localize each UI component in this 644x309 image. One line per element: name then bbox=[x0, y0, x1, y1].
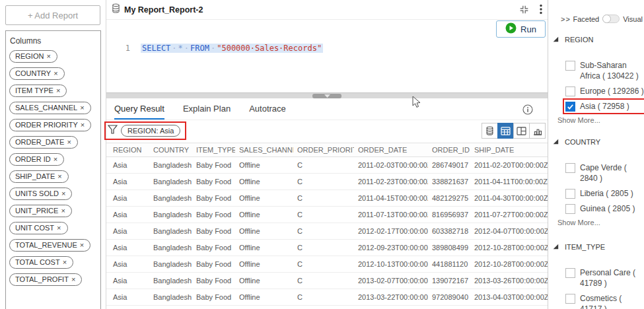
remove-column-icon[interactable]: × bbox=[80, 104, 84, 112]
checkbox-unchecked-icon[interactable] bbox=[565, 204, 575, 214]
column-pill[interactable]: ORDER PRIORITY× bbox=[9, 119, 91, 131]
facet-section-title: COUNTRY bbox=[565, 138, 600, 146]
table-row[interactable]: AsiaBangladeshBaby FoodOfflineC2011-04-1… bbox=[106, 190, 548, 207]
add-report-button[interactable]: + Add Report bbox=[5, 5, 100, 25]
checkbox-unchecked-icon[interactable] bbox=[565, 294, 575, 304]
table-row[interactable]: AsiaBangladeshBaby FoodOfflineC2013-03-2… bbox=[106, 289, 548, 306]
column-pill[interactable]: ORDER_DATE× bbox=[9, 136, 78, 149]
column-pill[interactable]: TOTAL_PROFIT× bbox=[9, 273, 82, 286]
remove-column-icon[interactable]: × bbox=[61, 207, 65, 215]
column-pill[interactable]: UNIT_PRICE× bbox=[9, 205, 72, 217]
remove-column-icon[interactable]: × bbox=[54, 69, 57, 77]
facet-item[interactable]: Europe ( 129286 ) bbox=[565, 86, 644, 96]
facet-item[interactable]: Personal Care ( 41789 ) bbox=[565, 267, 644, 289]
remove-column-icon[interactable]: × bbox=[54, 155, 57, 163]
table-cell: Bangladesh bbox=[149, 207, 192, 223]
table-row[interactable]: AsiaBangladeshBaby FoodOfflineC2013-02-0… bbox=[106, 273, 548, 289]
editor-panel: My Report_Report-2 Run 1 SELECT· bbox=[106, 0, 548, 309]
sql-editor[interactable]: 1 SELECT·*·FROM·"500000·Sales·Records" bbox=[106, 38, 548, 92]
column-pill-label: TOTAL_REVENUE bbox=[15, 241, 77, 249]
checkbox-unchecked-icon[interactable] bbox=[565, 163, 575, 173]
facet-expand-icon[interactable] bbox=[552, 138, 559, 146]
view-toggle-group bbox=[482, 123, 546, 139]
facet-item[interactable]: Cosmetics ( 41717 ) bbox=[565, 293, 644, 309]
single-record-view-button[interactable] bbox=[482, 123, 498, 139]
checkbox-checked-icon[interactable] bbox=[565, 102, 575, 112]
remove-column-icon[interactable]: × bbox=[63, 258, 67, 266]
column-pill[interactable]: SHIP_DATE× bbox=[9, 170, 69, 183]
filter-chip[interactable]: REGION: Asia bbox=[121, 125, 180, 137]
table-row[interactable]: AsiaBangladeshBaby FoodOfflineC2012-10-1… bbox=[106, 256, 548, 273]
column-pill[interactable]: COUNTRY× bbox=[9, 67, 65, 80]
chart-view-button[interactable] bbox=[529, 123, 546, 139]
remove-column-icon[interactable]: × bbox=[57, 172, 61, 180]
table-cell: Asia bbox=[106, 240, 149, 256]
column-header[interactable]: ITEM_TYPE bbox=[192, 143, 235, 157]
facets-header: >> Faceted Visual bbox=[549, 0, 644, 23]
facet-item-label: Cosmetics ( 41717 ) bbox=[580, 293, 644, 309]
grid-view-button[interactable] bbox=[497, 123, 514, 139]
table-cell: Baby Food bbox=[192, 273, 235, 289]
faceted-visual-toggle[interactable] bbox=[602, 15, 620, 23]
column-pill[interactable]: REGION× bbox=[9, 50, 57, 63]
show-more-link[interactable]: Show More... bbox=[557, 116, 644, 124]
column-header[interactable]: SALES_CHANNEL bbox=[235, 143, 293, 157]
table-row[interactable]: AsiaBangladeshBaby FoodOfflineC2012-02-1… bbox=[106, 223, 548, 240]
checkbox-unchecked-icon[interactable] bbox=[565, 268, 575, 278]
facet-sections: REGIONSub-Saharan Africa ( 130422 )Europ… bbox=[549, 36, 644, 309]
visual-mode-label: Visual bbox=[623, 15, 643, 23]
facet-expand-icon[interactable] bbox=[552, 36, 559, 44]
column-header[interactable]: ORDER_ID bbox=[428, 143, 470, 157]
column-pill[interactable]: TOTAL_REVENUE× bbox=[9, 239, 90, 252]
facet-item[interactable]: Asia ( 72958 ) bbox=[565, 101, 644, 112]
facet-section-header[interactable]: REGION bbox=[552, 36, 644, 44]
checkbox-unchecked-icon[interactable] bbox=[565, 61, 575, 71]
column-header[interactable]: COUNTRY bbox=[149, 143, 192, 157]
info-icon[interactable] bbox=[522, 104, 533, 118]
table-row[interactable]: AsiaBangladeshBaby FoodOfflineC2012-09-2… bbox=[106, 240, 548, 256]
table-row[interactable]: AsiaBangladeshBaby FoodOfflineC2011-02-0… bbox=[106, 157, 548, 174]
splitter-handle[interactable] bbox=[312, 94, 341, 98]
remove-column-icon[interactable]: × bbox=[67, 138, 71, 146]
column-pill[interactable]: TOTAL COST× bbox=[9, 256, 73, 269]
facet-section-header[interactable]: ITEM_TYPE bbox=[552, 243, 644, 251]
remove-column-icon[interactable]: × bbox=[46, 52, 50, 60]
facet-item[interactable]: Guinea ( 2805 ) bbox=[565, 203, 644, 214]
remove-column-icon[interactable]: × bbox=[80, 241, 84, 249]
column-pill[interactable]: UNIT COST× bbox=[9, 222, 68, 234]
tab-query-result[interactable]: Query Result bbox=[114, 98, 164, 120]
column-header[interactable]: REGION bbox=[106, 143, 149, 157]
checkbox-unchecked-icon[interactable] bbox=[565, 86, 575, 96]
show-more-link[interactable]: Show More... bbox=[557, 219, 644, 226]
checkbox-unchecked-icon[interactable] bbox=[565, 189, 575, 199]
facet-item[interactable]: Liberia ( 2805 ) bbox=[565, 188, 644, 199]
run-button[interactable]: Run bbox=[496, 20, 546, 38]
sql-statement: SELECT·*·FROM·"500000·Sales·Records" bbox=[141, 44, 323, 53]
tab-autotrace[interactable]: Autotrace bbox=[249, 98, 286, 120]
split-view-button[interactable] bbox=[513, 123, 530, 139]
table-cell: 2011-04-15T00:00:00Z bbox=[354, 190, 428, 207]
column-header[interactable]: ORDER_PRIORITY bbox=[293, 143, 354, 157]
facet-item[interactable]: Cape Verde ( 2840 ) bbox=[565, 162, 644, 184]
facet-item[interactable]: Sub-Saharan Africa ( 130422 ) bbox=[565, 60, 644, 81]
column-header[interactable]: ORDER_DATE bbox=[354, 143, 428, 157]
remove-column-icon[interactable]: × bbox=[56, 86, 60, 94]
column-pill[interactable]: SALES_CHANNEL× bbox=[9, 102, 91, 114]
table-row[interactable]: AsiaBangladeshBaby FoodOfflineC2011-02-2… bbox=[106, 174, 548, 190]
facet-section-header[interactable]: COUNTRY bbox=[552, 138, 644, 146]
table-row[interactable]: AsiaBangladeshBaby FoodOfflineC2011-07-1… bbox=[106, 207, 548, 223]
collapse-facets-icon[interactable]: >> bbox=[561, 15, 571, 23]
remove-column-icon[interactable]: × bbox=[71, 275, 75, 283]
facet-expand-icon[interactable] bbox=[552, 243, 559, 251]
kebab-menu-icon[interactable] bbox=[540, 4, 542, 17]
remove-column-icon[interactable]: × bbox=[61, 189, 65, 197]
remove-column-icon[interactable]: × bbox=[81, 121, 85, 129]
column-pill[interactable]: ORDER ID× bbox=[9, 153, 64, 166]
collapse-panel-icon[interactable] bbox=[519, 5, 529, 17]
editor-results-splitter[interactable] bbox=[106, 92, 548, 98]
column-pill[interactable]: ITEM TYPE× bbox=[9, 85, 67, 97]
column-header[interactable]: SHIP_DATE bbox=[470, 143, 548, 157]
tab-explain-plan[interactable]: Explain Plan bbox=[183, 98, 231, 120]
remove-column-icon[interactable]: × bbox=[57, 224, 61, 232]
column-pill[interactable]: UNITS SOLD× bbox=[9, 188, 72, 200]
